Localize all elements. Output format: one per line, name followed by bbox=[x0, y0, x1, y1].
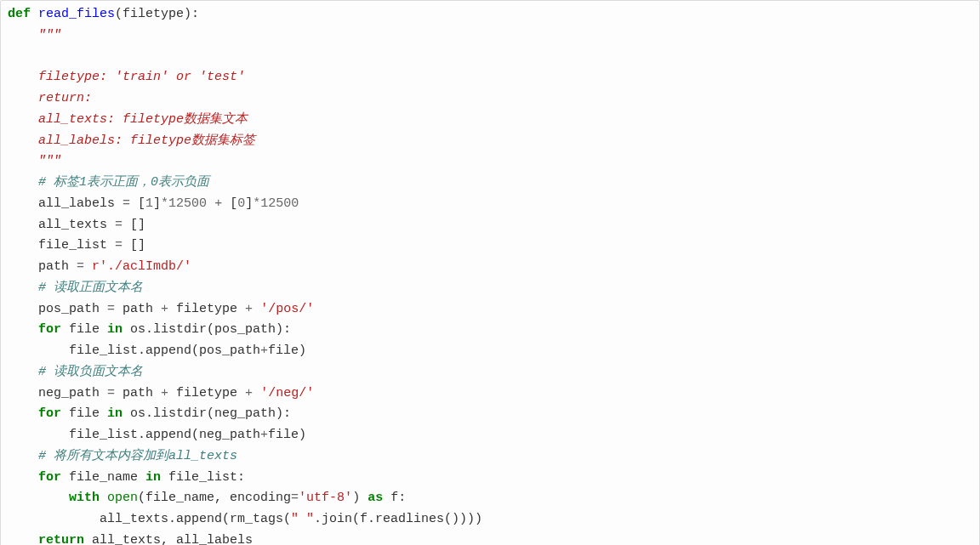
function-name: read_files bbox=[38, 7, 115, 21]
code-text: file bbox=[61, 322, 107, 337]
op-eq: = bbox=[115, 238, 122, 253]
code-text: f: bbox=[383, 491, 406, 505]
op-plus: + bbox=[245, 302, 253, 316]
op-plus: + bbox=[260, 343, 268, 358]
code-text: path bbox=[115, 386, 161, 400]
op-eq: = bbox=[107, 386, 115, 400]
code-text: neg_path bbox=[8, 386, 107, 400]
code-text: file) bbox=[268, 428, 306, 442]
docstring-line: filetype: 'train' or 'test' bbox=[8, 70, 245, 84]
string: r'./aclImdb/' bbox=[92, 259, 191, 274]
kw-with: with bbox=[8, 491, 100, 505]
code-text: .join(f.readlines()))) bbox=[314, 512, 482, 526]
op-eq: = bbox=[77, 259, 84, 274]
code-text: ) bbox=[352, 491, 368, 505]
kw-in: in bbox=[145, 470, 161, 485]
comment: # 读取正面文本名 bbox=[8, 281, 143, 295]
kw-as: as bbox=[368, 491, 383, 505]
code-text: all_texts bbox=[8, 218, 115, 232]
docstring-line: return: bbox=[8, 91, 92, 105]
code-text: file_list.append(neg_path bbox=[8, 428, 260, 442]
code-text: file_list: bbox=[161, 470, 245, 485]
op-star: * bbox=[253, 196, 260, 211]
docstring-line: all_texts: filetype数据集文本 bbox=[8, 112, 248, 127]
op-plus: + bbox=[214, 196, 222, 211]
code-text: [ bbox=[130, 196, 145, 211]
comment: # 将所有文本内容加到all_texts bbox=[8, 449, 237, 463]
code-text: file_list.append(pos_path bbox=[8, 343, 260, 358]
code-text: os.listdir(pos_path): bbox=[122, 322, 291, 337]
code-text: [] bbox=[122, 238, 145, 253]
kw-return: return bbox=[8, 533, 84, 545]
string: '/pos/' bbox=[260, 302, 314, 316]
code-text: file bbox=[61, 406, 107, 421]
code-text: (file_name, encoding bbox=[138, 491, 291, 505]
op-plus: + bbox=[245, 386, 253, 400]
op-eq: = bbox=[291, 491, 299, 505]
code-text: ] bbox=[245, 196, 253, 211]
code-text: path bbox=[115, 302, 161, 316]
op-eq: = bbox=[122, 196, 130, 211]
number: 1 bbox=[145, 196, 153, 211]
code-text: pos_path bbox=[8, 302, 107, 316]
docstring-line: all_labels: filetype数据集标签 bbox=[8, 133, 255, 148]
string: 'utf-8' bbox=[299, 491, 352, 505]
arg-list: (filetype): bbox=[115, 7, 199, 21]
code-block: def read_files(filetype): """ filetype: … bbox=[0, 0, 980, 545]
op-eq: = bbox=[107, 302, 115, 316]
number: 12500 bbox=[168, 196, 207, 211]
code-text: [ bbox=[222, 196, 237, 211]
kw-def: def bbox=[8, 7, 31, 21]
code-text: filetype bbox=[168, 302, 245, 316]
kw-in: in bbox=[107, 322, 122, 337]
string: '/neg/' bbox=[260, 386, 314, 400]
kw-for: for bbox=[8, 406, 61, 421]
code-text: os.listdir(neg_path): bbox=[122, 406, 291, 421]
builtin-open: open bbox=[107, 491, 138, 505]
number: 0 bbox=[237, 196, 245, 211]
op-plus: + bbox=[161, 386, 168, 400]
string: " " bbox=[291, 512, 314, 526]
op-eq: = bbox=[115, 218, 122, 232]
code-text: file) bbox=[268, 343, 306, 358]
code-text: file_list bbox=[8, 238, 115, 253]
code-text: all_texts.append(rm_tags( bbox=[8, 512, 291, 526]
code-text: path bbox=[8, 259, 77, 274]
code-text: [] bbox=[122, 218, 145, 232]
code-text: filetype bbox=[168, 386, 245, 400]
comment: # 标签1表示正面，0表示负面 bbox=[8, 175, 209, 190]
code-text: ] bbox=[153, 196, 161, 211]
code-text bbox=[253, 302, 260, 316]
code-text bbox=[253, 386, 260, 400]
code-text: file_name bbox=[61, 470, 145, 485]
docstring-open: """ bbox=[8, 28, 61, 43]
code-text bbox=[207, 196, 214, 211]
docstring-close: """ bbox=[8, 154, 61, 168]
op-star: * bbox=[161, 196, 168, 211]
code-text bbox=[100, 491, 107, 505]
kw-for: for bbox=[8, 470, 61, 485]
op-plus: + bbox=[161, 302, 168, 316]
comment: # 读取负面文本名 bbox=[8, 365, 143, 379]
kw-for: for bbox=[8, 322, 61, 337]
op-plus: + bbox=[260, 428, 268, 442]
kw-in: in bbox=[107, 406, 122, 421]
number: 12500 bbox=[260, 196, 299, 211]
code-text: all_texts, all_labels bbox=[84, 533, 253, 545]
code-text bbox=[84, 259, 92, 274]
code-text: all_labels bbox=[8, 196, 122, 211]
